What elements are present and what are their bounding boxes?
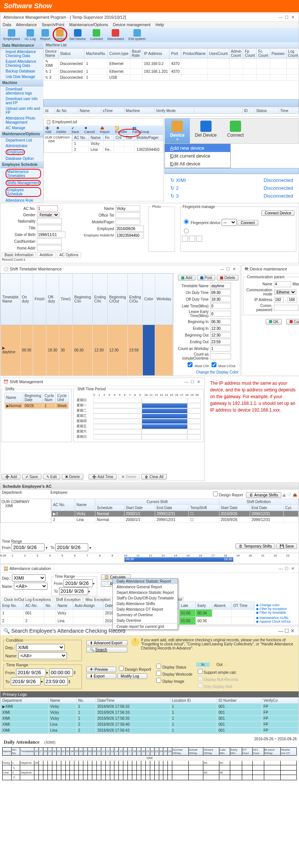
cb-design-report[interactable]: [213, 492, 218, 496]
cb-disp-status[interactable]: [156, 664, 161, 669]
input-name[interactable]: [115, 205, 140, 211]
tt-late[interactable]: [210, 303, 231, 309]
menu-search[interactable]: Search/Print: [41, 22, 64, 27]
sm-save[interactable]: ✔ Save: [22, 474, 41, 480]
btn-search[interactable]: 🔍 Search: [86, 647, 127, 652]
btn-temp-shifts[interactable]: 🗓 Temporary Shifts: [235, 543, 275, 549]
tt-ei[interactable]: [210, 325, 231, 331]
cb-dr2[interactable]: [119, 666, 124, 671]
radio-fp-device[interactable]: [184, 219, 189, 224]
zoom-connect-btn[interactable]: Connect: [222, 118, 249, 143]
calc-dep[interactable]: XIMI: [12, 574, 46, 582]
machine-row[interactable]: ↻ 3Disconnected1USB: [44, 75, 299, 81]
tt-bi[interactable]: [210, 319, 231, 325]
sb-dept[interactable]: Department List: [0, 137, 43, 143]
menu-data[interactable]: Data: [3, 22, 11, 27]
btn-cancel[interactable]: ✖Cancel: [84, 126, 95, 134]
input-dob[interactable]: [37, 232, 65, 238]
calc-to[interactable]: [59, 587, 88, 595]
sb-photo[interactable]: Attendance Photo Management: [0, 115, 43, 125]
schedule-grid[interactable]: AC No.NameCurrent ShiftShift Definition …: [51, 499, 299, 523]
sb-dl-user[interactable]: Download user info and FP: [0, 96, 43, 106]
form-tabs[interactable]: Basic Information Addition AC Options: [2, 253, 297, 257]
btn-connect2[interactable]: Connect: [237, 220, 258, 226]
cb-must-cout[interactable]: [212, 362, 216, 367]
btn-delete[interactable]: ✖Delete: [56, 126, 66, 134]
shifts-grid[interactable]: NameBeginning DateCycle NumCycle Unit ▶N…: [4, 393, 69, 409]
tt-cm[interactable]: [210, 353, 231, 359]
sm-deltime[interactable]: ✖ Delete: [118, 474, 140, 480]
link-color[interactable]: Change the Display Color: [196, 370, 238, 374]
timetable-grid[interactable]: Timetable NameOn dutyFinishOff-dutyTime1…: [0, 273, 173, 376]
sb-group-maint[interactable]: Maintenance/Options: [0, 131, 43, 137]
sb-rule[interactable]: Attendance Rule: [0, 198, 43, 203]
zoom-del-btn[interactable]: Del Device: [190, 118, 222, 143]
sb-import[interactable]: Import Attendance Checking Data: [0, 49, 43, 59]
sb-usb[interactable]: Usb Disk Manage: [0, 74, 43, 80]
dm-mode[interactable]: Ethernet: [274, 289, 296, 295]
tt-le[interactable]: [210, 311, 231, 317]
splitter[interactable]: [43, 99, 299, 107]
dm-ip2[interactable]: [287, 297, 297, 303]
btn-export[interactable]: ⬇ Export: [86, 673, 116, 679]
search-dep[interactable]: XIMI: [16, 644, 65, 651]
device-dropdown[interactable]: Add new device Edit current device Edit …: [164, 144, 231, 168]
zoom-device-btn[interactable]: Device▼: [165, 118, 190, 143]
primary-logs-grid[interactable]: DepartmentNameNo.Date/TimeLocation IDID …: [0, 697, 299, 734]
sm-add[interactable]: ➕ Add: [1, 474, 21, 480]
sb-ul-user[interactable]: Upload user info and FP: [0, 106, 43, 115]
radio-fp-other[interactable]: [184, 229, 189, 233]
menu-edit-all[interactable]: Edit All device: [165, 160, 230, 168]
sb-group-data[interactable]: Data Maintenance: [0, 42, 43, 49]
report-dropdown[interactable]: Daily Attendance Statistic Report Attend…: [112, 578, 178, 630]
cb-must-cin[interactable]: [188, 362, 192, 367]
search-to-d[interactable]: [11, 678, 41, 685]
btn-arrange-shifts[interactable]: 🗓 Arrange Shifts: [246, 492, 281, 498]
cb-disp-workcode[interactable]: [156, 671, 161, 676]
btn-adv-export[interactable]: ⬆ Advanced Export: [86, 640, 127, 646]
sb-shifts[interactable]: Shifts Management: [0, 179, 43, 186]
tb-report[interactable]: Report: [40, 29, 50, 41]
tt-eo[interactable]: [210, 339, 231, 345]
menu-attendance[interactable]: Attendance: [16, 22, 37, 27]
menu-device[interactable]: Device management: [113, 22, 151, 27]
sb-group-machine[interactable]: Machine: [0, 80, 43, 86]
input-acno[interactable]: [37, 205, 58, 211]
sb-group-sched[interactable]: Employee Schedule: [0, 161, 43, 168]
dept-tree[interactable]: OUR COMPANYXIMI: [0, 499, 51, 523]
search-from-d[interactable]: [16, 669, 46, 676]
sb-employee[interactable]: Employee: [0, 149, 43, 156]
btn-tt-add[interactable]: Add: [178, 275, 195, 280]
cb-simple-calc[interactable]: [198, 669, 203, 674]
tt-cw[interactable]: [210, 345, 231, 351]
input-card[interactable]: [37, 238, 62, 244]
sm-clearall[interactable]: 🗑 Clear All: [141, 474, 167, 480]
btn-add[interactable]: ➕Add: [45, 126, 51, 134]
input-nat[interactable]: [37, 218, 62, 224]
sb-tt[interactable]: Maintenance Timetables: [0, 168, 43, 179]
input-title[interactable]: [37, 225, 62, 231]
emp-grid[interactable]: AC No.NameFnCntTitleMobile/Pager 1Vicky …: [72, 134, 163, 153]
sb-backup[interactable]: Backup Database: [0, 68, 43, 74]
btn-save-sched[interactable]: 💾 Save: [276, 543, 297, 549]
tb-exit[interactable]: Exit system: [129, 29, 146, 41]
search-to-t[interactable]: [44, 678, 68, 685]
menu-add-device[interactable]: Add new device: [165, 144, 230, 152]
tb-aclog[interactable]: AC Log: [25, 29, 36, 41]
tb-disconnect[interactable]: Disconnect: [107, 29, 124, 41]
search-name[interactable]: <All>: [18, 652, 67, 659]
input-employed[interactable]: [115, 226, 144, 232]
sm-del[interactable]: ✖ Delete: [62, 474, 83, 480]
window-controls[interactable]: —☐✕: [278, 15, 296, 20]
tb-device[interactable]: Device: [55, 29, 65, 41]
input-to-date[interactable]: [55, 543, 88, 551]
btn-tt-delete[interactable]: Delete: [217, 275, 238, 280]
tb-connect[interactable]: Connect: [90, 29, 103, 41]
sb-dl-logs[interactable]: Download attendance logs: [0, 86, 43, 96]
cb-disp-image[interactable]: [156, 678, 161, 683]
tt-off[interactable]: [210, 296, 231, 302]
btn-tt-post[interactable]: Post: [197, 275, 215, 280]
sm-addtime[interactable]: ➕ Add Time: [89, 474, 117, 480]
tree-company[interactable]: OUR COMPANY XIMI: [44, 134, 72, 153]
machine-row[interactable]: ✎ XIMIDisconnected1Ethernet192.168.0.243…: [44, 59, 299, 69]
